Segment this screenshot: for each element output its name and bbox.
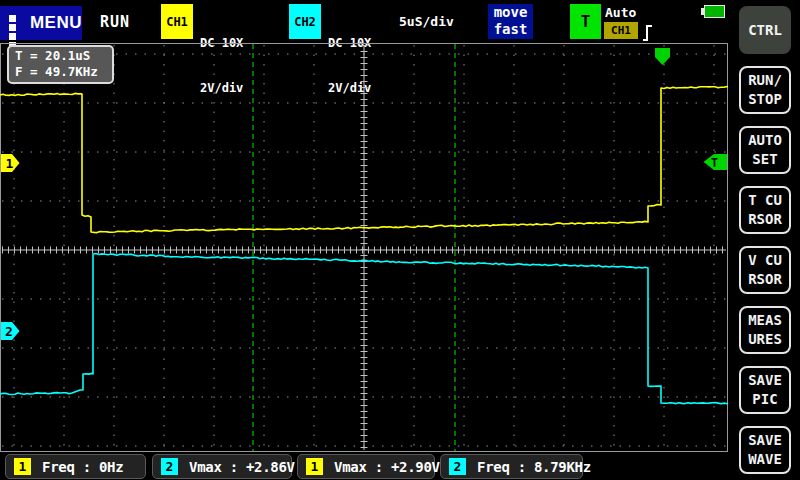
v-cursor-button[interactable]: V CURSOR — [739, 246, 791, 294]
readout-ch1-freq: 1 Freq : 0Hz — [5, 454, 146, 479]
ch1-square: 1 — [306, 458, 323, 475]
t-cursor-button[interactable]: T CURSOR — [739, 186, 791, 234]
ch1-position-marker[interactable]: 1 — [1, 154, 20, 172]
ch2-position-marker[interactable]: 2 — [1, 322, 20, 340]
readout-ch1-vmax: 1 Vmax : +2.90V — [297, 454, 435, 479]
save-wave-button[interactable]: SAVEWAVE — [739, 426, 791, 474]
measure-frequency: F = 49.7KHz — [15, 64, 112, 80]
measure-period: T = 20.1uS — [15, 48, 112, 64]
ctrl-button[interactable]: CTRL — [739, 6, 791, 54]
trigger-level-marker[interactable]: T — [704, 154, 728, 170]
cursor-measure-box: T = 20.1uS F = 49.7KHz — [7, 45, 114, 84]
ch2-square: 2 — [161, 458, 178, 475]
svg-text:2: 2 — [5, 324, 13, 339]
ch1-square: 1 — [14, 458, 31, 475]
run-stop-button[interactable]: RUN/STOP — [739, 66, 791, 114]
ch2-square: 2 — [449, 458, 466, 475]
readout-ch2-vmax: 2 Vmax : +2.86V — [152, 454, 292, 479]
trigger-position-marker[interactable] — [655, 48, 670, 65]
save-pic-button[interactable]: SAVEPIC — [739, 366, 791, 414]
side-button-panel: CTRL RUN/STOP AUTOSET T CURSOR V CURSOR … — [733, 0, 800, 480]
oscilloscope-screen: MENU RUN CH1 DC 10X 2V/div CH2 DC 10X 2V… — [0, 0, 800, 480]
svg-text:T: T — [711, 156, 718, 170]
svg-text:1: 1 — [6, 156, 14, 171]
measures-button[interactable]: MEASURES — [739, 306, 791, 354]
readout-ch2-freq: 2 Freq : 8.79KHz — [440, 454, 583, 479]
auto-set-button[interactable]: AUTOSET — [739, 126, 791, 174]
